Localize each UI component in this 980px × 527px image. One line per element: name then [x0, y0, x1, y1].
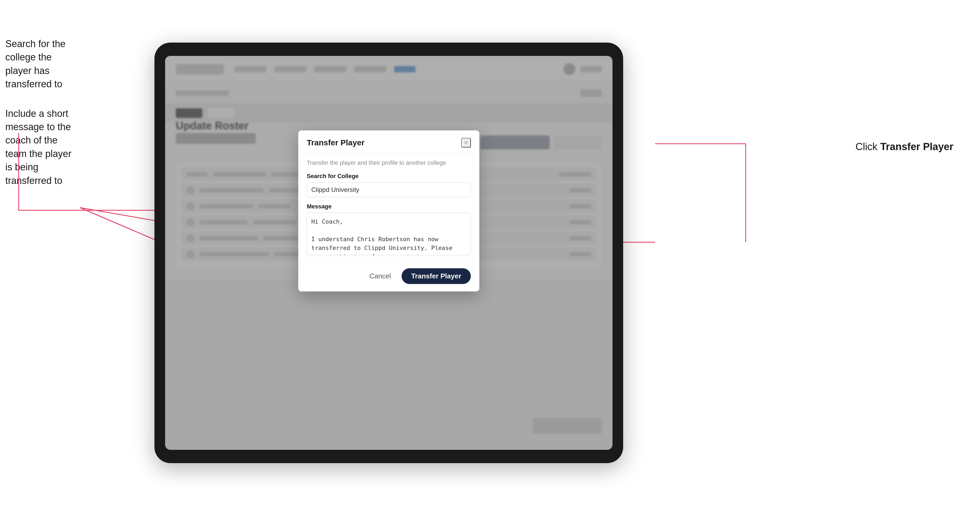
message-label: Message — [307, 203, 471, 210]
modal-overlay: Transfer Player × Transfer the player an… — [165, 56, 612, 450]
annotation-search-text: Search for the college the player has tr… — [5, 37, 80, 91]
cancel-button[interactable]: Cancel — [364, 269, 396, 283]
modal-close-button[interactable]: × — [461, 138, 471, 148]
annotation-message-text: Include a short message to the coach of … — [5, 107, 80, 187]
tablet-screen: Update Roster Transfer Player × Transfer… — [165, 56, 612, 450]
modal-body: Transfer the player and their profile to… — [298, 153, 479, 263]
annotation-left: Search for the college the player has tr… — [5, 37, 80, 187]
transfer-player-button[interactable]: Transfer Player — [402, 268, 471, 284]
modal-header: Transfer Player × — [298, 130, 479, 153]
transfer-player-modal: Transfer Player × Transfer the player an… — [298, 130, 479, 291]
annotation-right: Click Transfer Player — [856, 141, 954, 152]
modal-footer: Cancel Transfer Player — [298, 263, 479, 291]
tablet-frame: Update Roster Transfer Player × Transfer… — [154, 43, 623, 463]
search-college-input[interactable] — [307, 182, 471, 197]
annotation-transfer-player-bold: Transfer Player — [880, 141, 953, 152]
svg-line-0 — [80, 208, 154, 240]
annotation-click-prefix: Click — [856, 141, 880, 152]
modal-subtitle: Transfer the player and their profile to… — [307, 159, 471, 167]
modal-title: Transfer Player — [307, 138, 364, 147]
message-textarea[interactable]: Hi Coach, I understand Chris Robertson h… — [307, 213, 471, 255]
search-college-label: Search for College — [307, 173, 471, 179]
